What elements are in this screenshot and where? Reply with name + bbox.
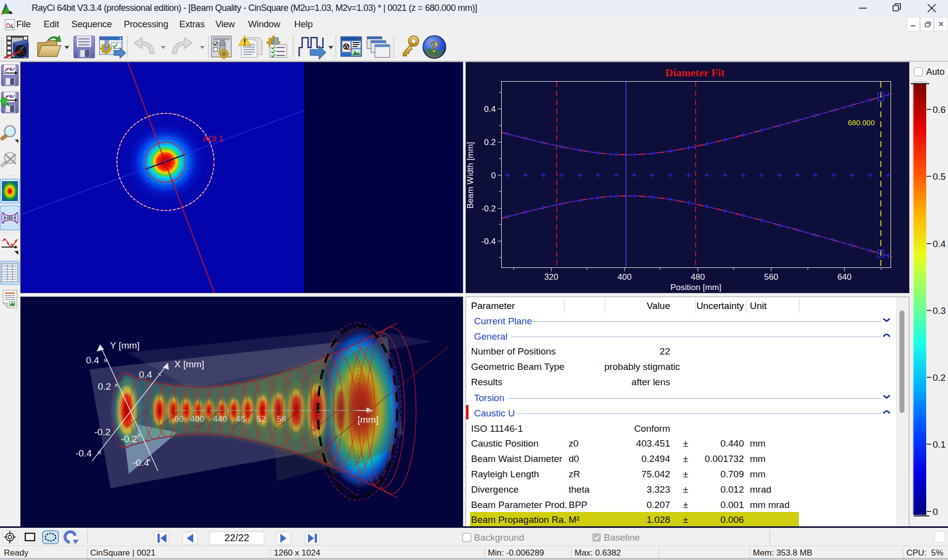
svg-text:0.4: 0.4 bbox=[139, 369, 153, 380]
svg-text:680.000: 680.000 bbox=[848, 118, 875, 127]
svg-text:400: 400 bbox=[190, 414, 204, 424]
svg-text:Y [mm]: Y [mm] bbox=[110, 340, 140, 351]
svg-text:0.2: 0.2 bbox=[484, 138, 496, 147]
svg-text:480: 480 bbox=[691, 272, 705, 282]
svg-text:X [mm]: X [mm] bbox=[174, 359, 204, 369]
svg-text:?: ? bbox=[430, 38, 439, 56]
svg-text:0.5: 0.5 bbox=[933, 171, 946, 182]
svg-text:AOI 1: AOI 1 bbox=[203, 135, 223, 143]
svg-text:-0.4: -0.4 bbox=[133, 458, 149, 468]
svg-text:-0.4: -0.4 bbox=[481, 237, 496, 246]
svg-text:Diameter Fit: Diameter Fit bbox=[665, 66, 725, 79]
svg-text:Baseline: Baseline bbox=[604, 532, 640, 543]
svg-text:0.2: 0.2 bbox=[933, 372, 946, 383]
svg-text:0.1: 0.1 bbox=[933, 439, 946, 450]
svg-text:640: 640 bbox=[838, 272, 851, 282]
svg-text:22/22: 22/22 bbox=[224, 532, 249, 543]
svg-text:52: 52 bbox=[257, 414, 266, 424]
svg-text:0.4: 0.4 bbox=[484, 104, 496, 114]
svg-text:0.4: 0.4 bbox=[933, 239, 946, 249]
svg-text:Background: Background bbox=[474, 532, 524, 543]
svg-text:56: 56 bbox=[277, 414, 286, 424]
svg-text:0: 0 bbox=[933, 507, 938, 517]
svg-text:0: 0 bbox=[491, 171, 496, 180]
svg-text:Beam Width [mm]: Beam Width [mm] bbox=[466, 142, 475, 208]
svg-text:-0.2: -0.2 bbox=[94, 427, 110, 437]
svg-text:-0.2: -0.2 bbox=[121, 434, 137, 444]
svg-text:0.3: 0.3 bbox=[933, 305, 946, 316]
svg-text:0.4: 0.4 bbox=[86, 355, 100, 365]
svg-text:320: 320 bbox=[544, 272, 558, 282]
svg-text:-0.4: -0.4 bbox=[75, 448, 92, 458]
svg-text:400: 400 bbox=[618, 272, 632, 282]
svg-text:0.6: 0.6 bbox=[933, 104, 946, 115]
svg-text:60: 60 bbox=[174, 414, 184, 424]
svg-text:[mm]: [mm] bbox=[358, 414, 378, 425]
svg-text:560: 560 bbox=[764, 272, 778, 282]
svg-text:440: 440 bbox=[213, 414, 227, 424]
svg-text:-0.2: -0.2 bbox=[481, 204, 496, 213]
svg-text:Position [mm]: Position [mm] bbox=[671, 283, 722, 292]
svg-text:0.2: 0.2 bbox=[98, 381, 111, 392]
